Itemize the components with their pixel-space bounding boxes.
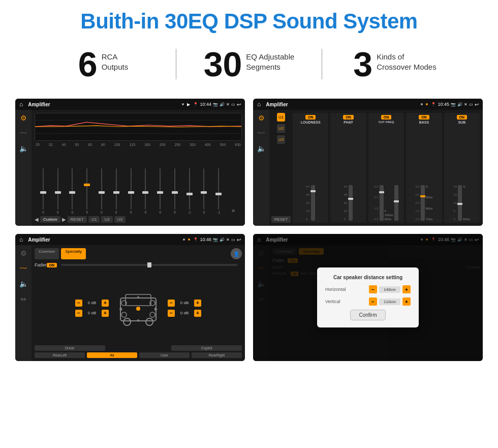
fader-home-icon[interactable]: ⌂ [19,236,23,243]
fader-sidebar-arrows-icon[interactable]: ⇔ [20,295,26,303]
vertical-minus-btn[interactable]: − [369,297,377,306]
eq-sidebar-eq-icon[interactable]: ⚙ [20,114,27,122]
stat-eq: 30 EQ AdjustableSegments [176,47,322,81]
preset-user-btn[interactable]: User [139,352,190,358]
cutfreq-track2[interactable] [394,185,398,221]
fader-plus-btn-3[interactable]: + [194,300,201,307]
cutfreq-on-badge[interactable]: ON [381,115,392,120]
preset-rearleft-btn[interactable]: RearLeft [35,352,85,358]
car-svg: ▲ ▼ ◀ ▶ [113,285,164,331]
horizontal-row: Horizontal − 140cm + [325,285,411,293]
loudness-track[interactable] [311,185,315,221]
cutfreq-track1[interactable] [380,185,384,221]
horizontal-minus-btn[interactable]: − [369,285,377,293]
eq-slider-4: 0 [95,168,108,214]
phat-handle[interactable] [348,198,353,200]
fader-plus-btn-2[interactable]: + [102,310,109,317]
preset-driver-btn[interactable]: Driver [35,345,105,351]
fader-sidebar-eq-icon[interactable]: ⚙ [20,249,27,257]
fader-sidebar-wave-icon[interactable]: 〰 [20,264,27,273]
fader-minus-btn-1[interactable]: − [75,300,82,307]
preset-all-btn[interactable]: All [87,352,137,358]
phat-track[interactable] [349,185,353,221]
crossover-reset-btn[interactable]: RESET [271,216,291,223]
window-icon-3: ▭ [231,237,235,242]
crossover-sidebar-eq-icon[interactable]: ⚙ [258,114,265,122]
horizontal-label: Horizontal [325,287,346,292]
eq-slider-12: -1 [212,168,225,214]
sub-label: SUB [458,121,465,124]
vertical-plus-btn[interactable]: + [402,297,411,306]
eq-u2-btn[interactable]: U2 [101,216,112,223]
eq-app-name: Amplifier [28,102,179,107]
vertical-row: Vertical − 110cm + [325,297,411,306]
crossover-home-icon[interactable]: ⌂ [257,101,261,108]
fader-slider-handle[interactable] [147,262,151,267]
preset-rearright-btn[interactable]: RearRight [192,352,242,358]
eq-reset-btn[interactable]: RESET [68,216,87,223]
home-icon[interactable]: ⌂ [19,101,23,108]
u2-button[interactable]: U2 [277,124,285,133]
fader-minus-btn-4[interactable]: − [168,310,175,317]
confirm-button[interactable]: Confirm [350,310,385,320]
bass-track[interactable] [421,185,425,221]
stat-rca-text: RCAOutputs [102,47,129,72]
horizontal-plus-btn[interactable]: + [402,285,411,293]
fader-minus-btn-3[interactable]: − [168,300,175,307]
fader-plus-btn-1[interactable]: + [102,300,109,307]
fader-minus-btn-2[interactable]: − [75,310,82,317]
location-icon: 📍 [193,102,198,107]
tab-specialty[interactable]: Specialty [61,248,85,259]
back-icon-3[interactable]: ↩ [237,237,241,243]
eq-u3-btn[interactable]: U3 [114,216,126,223]
tab-common[interactable]: Common [35,248,59,259]
eq-more-arrows[interactable]: » [232,207,235,214]
back-icon-2[interactable]: ↩ [475,102,479,107]
u1-button[interactable]: U1 [277,113,285,122]
profile-icon[interactable]: 👤 [231,248,242,259]
fader-screen-content: ⚙ 〰 🔈 ⇔ Common Specialty 👤 Fader [15,245,245,361]
sub-on-badge[interactable]: ON [457,115,468,120]
eq-u1-btn[interactable]: U1 [88,216,100,223]
cutfreq-handle1[interactable] [379,191,384,193]
back-icon[interactable]: ↩ [237,102,241,107]
stat-eq-number: 30 [204,47,242,81]
eq-sidebar-wave-icon[interactable]: 〰 [20,129,27,137]
eq-custom-btn[interactable]: Custom [40,216,60,223]
phat-label: PHAT [344,121,353,124]
fader-on-badge[interactable]: ON [47,263,57,267]
fader-plus-btn-4[interactable]: + [194,310,201,317]
close-icon-3: ✕ [226,237,230,242]
loudness-on-badge[interactable]: ON [305,115,316,120]
loudness-slider-area: 64 48 32 16 0 [294,125,327,221]
stat-rca: 6 RCAOutputs [30,47,176,81]
channel-sub: ON SUB 20 15 10 5 0 [444,113,480,223]
cutfreq-handle2[interactable] [394,200,399,202]
crossover-dot1 [421,103,423,105]
bass-handle[interactable] [420,195,425,197]
speaker-distance-dialog: Car speaker distance setting Horizontal … [317,267,419,327]
crossover-status-icons: 📍 10:45 📷 🔊 ✕ ▭ ↩ [431,102,479,107]
eq-slider-8: 0 [153,168,167,214]
eq-prev-btn[interactable]: ◀ [35,217,39,222]
horizontal-controls: − 140cm + [369,285,411,293]
crossover-sidebar-wave-icon[interactable]: 〰 [258,129,265,137]
eq-main-area: 25 32 40 50 63 80 100 125 160 200 250 32… [32,110,245,226]
dialog-title: Car speaker distance setting [325,275,411,280]
fader-sidebar-speaker-icon[interactable]: 🔈 [19,280,28,288]
u3-button[interactable]: U3 [277,135,285,144]
svg-point-7 [146,318,153,325]
phat-on-badge[interactable]: ON [343,115,354,120]
fader-slider[interactable] [61,264,238,266]
crossover-channels: ON LOUDNESS 64 48 32 16 0 [293,113,480,223]
loudness-handle[interactable] [310,190,316,192]
eq-screen-card: ⌂ Amplifier ▶ 📍 10:44 📷 🔊 ✕ ▭ ↩ ⚙ 〰 🔈 [15,99,245,226]
preset-copilot-btn[interactable]: Copilot [171,345,242,351]
bass-on-badge[interactable]: ON [419,115,429,120]
close-icon-2: ✕ [464,102,468,107]
sub-track[interactable] [458,185,462,221]
eq-next-btn[interactable]: ▶ [62,217,66,222]
crossover-sidebar-speaker-icon[interactable]: 🔈 [257,144,266,153]
sub-handle[interactable] [457,203,462,205]
eq-sidebar-speaker-icon[interactable]: 🔈 [19,144,28,153]
